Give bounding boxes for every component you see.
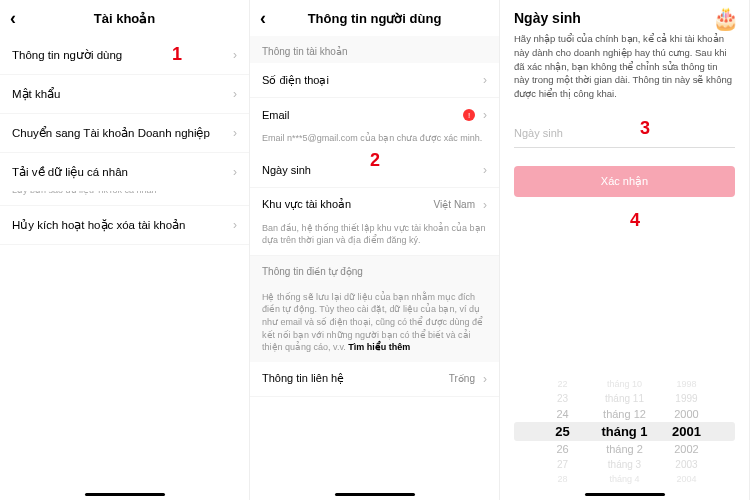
row-password[interactable]: Mật khẩu ›	[0, 75, 249, 114]
header: ‹ Tài khoản	[0, 0, 249, 36]
account-settings-panel: ‹ Tài khoản Thông tin người dùng › Mật k…	[0, 0, 250, 500]
row-value: Việt Nam ›	[434, 198, 487, 212]
alert-icon: !	[463, 109, 475, 121]
picker-cell: 2001	[656, 424, 717, 439]
picker-cell: 27	[532, 459, 593, 470]
picker-row[interactable]: 27tháng 32003	[514, 457, 735, 472]
picker-cell: tháng 12	[594, 408, 655, 420]
picker-cell: tháng 2	[594, 443, 655, 455]
picker-cell: 2004	[656, 474, 717, 484]
picker-cell: tháng 11	[594, 393, 655, 404]
row-label: Thông tin người dùng	[12, 48, 122, 62]
row-business-account[interactable]: Chuyển sang Tài khoản Doanh nghiệp ›	[0, 114, 249, 153]
page-title: Ngày sinh	[514, 10, 735, 26]
annotation-4: 4	[630, 210, 640, 231]
row-label: Khu vực tài khoản	[262, 198, 351, 211]
row-label: Ngày sinh	[262, 164, 311, 176]
row-label: Số điện thoại	[262, 74, 329, 87]
picker-cell: tháng 1	[594, 424, 655, 439]
section-account-info: Thông tin tài khoản	[250, 36, 499, 63]
picker-row[interactable]: 25tháng 12001	[514, 422, 735, 441]
region-subtext: Ban đầu, hệ thống thiết lập khu vực tài …	[250, 222, 499, 256]
row-deactivate[interactable]: Hủy kích hoạt hoặc xóa tài khoản ›	[0, 206, 249, 245]
home-indicator	[335, 493, 415, 496]
picker-cell: 23	[532, 393, 593, 404]
picker-cell: 25	[532, 424, 593, 439]
back-icon[interactable]: ‹	[10, 9, 16, 27]
chevron-right-icon: ›	[483, 163, 487, 177]
contact-value: Trống	[449, 373, 475, 384]
row-label: Thông tin liên hệ	[262, 372, 344, 385]
picker-row[interactable]: 28tháng 42004	[514, 472, 735, 486]
row-birthday[interactable]: Ngày sinh ›	[250, 153, 499, 188]
picker-cell: 1998	[656, 379, 717, 389]
picker-cell: 2002	[656, 443, 717, 455]
home-indicator	[585, 493, 665, 496]
chevron-right-icon: ›	[233, 126, 237, 140]
user-info-panel: ‹ Thông tin người dùng Thông tin tài kho…	[250, 0, 500, 500]
chevron-right-icon: ›	[483, 108, 487, 122]
settings-list: Thông tin người dùng › Mật khẩu › Chuyển…	[0, 36, 249, 245]
picker-cell: tháng 3	[594, 459, 655, 470]
chevron-right-icon: ›	[233, 48, 237, 62]
birthday-input[interactable]: Ngày sinh	[514, 117, 735, 148]
row-download-data[interactable]: Tải về dữ liệu cá nhân ›	[0, 153, 249, 191]
autofill-desc: Hệ thống sẽ lưu lại dữ liệu của bạn nhằm…	[250, 283, 499, 362]
picker-cell: 28	[532, 474, 593, 484]
row-region[interactable]: Khu vực tài khoản Việt Nam ›	[250, 188, 499, 222]
row-email[interactable]: Email ! ›	[250, 98, 499, 132]
date-picker[interactable]: 22tháng 10199823tháng 11199924tháng 1220…	[500, 377, 749, 486]
picker-cell: 2003	[656, 459, 717, 470]
picker-row[interactable]: 23tháng 111999	[514, 391, 735, 406]
picker-row[interactable]: 24tháng 122000	[514, 406, 735, 422]
row-value: ! ›	[463, 108, 487, 122]
header: ‹ Thông tin người dùng	[250, 0, 499, 36]
picker-cell: 22	[532, 379, 593, 389]
picker-cell: 26	[532, 443, 593, 455]
picker-cell: 24	[532, 408, 593, 420]
picker-row[interactable]: 26tháng 22002	[514, 441, 735, 457]
row-label: Tải về dữ liệu cá nhân	[12, 165, 128, 179]
chevron-right-icon: ›	[483, 198, 487, 212]
learn-more-link[interactable]: Tìm hiểu thêm	[348, 342, 410, 352]
birthday-panel: Ngày sinh 🎂 Hãy nhập tuổi của chính bạn,…	[500, 0, 750, 500]
input-placeholder: Ngày sinh	[514, 127, 563, 139]
section-autofill: Thông tin điền tự động	[250, 256, 499, 283]
chevron-right-icon: ›	[483, 372, 487, 386]
row-value: Trống ›	[449, 372, 487, 386]
picker-cell: tháng 4	[594, 474, 655, 484]
confirm-button[interactable]: Xác nhận	[514, 166, 735, 197]
chevron-right-icon: ›	[483, 73, 487, 87]
birthday-header: Ngày sinh 🎂 Hãy nhập tuổi của chính bạn,…	[500, 0, 749, 101]
chevron-right-icon: ›	[233, 165, 237, 179]
home-indicator	[85, 493, 165, 496]
chevron-right-icon: ›	[233, 218, 237, 232]
birthday-desc: Hãy nhập tuổi của chính bạn, kể cả khi t…	[514, 32, 735, 101]
picker-cell: tháng 10	[594, 379, 655, 389]
row-user-info[interactable]: Thông tin người dùng ›	[0, 36, 249, 75]
email-subtext: Email n***5@gmail.com của bạn chưa được …	[250, 132, 499, 153]
row-label: Email	[262, 109, 290, 121]
page-title: Thông tin người dùng	[308, 11, 442, 26]
row-label: Hủy kích hoạt hoặc xóa tài khoản	[12, 218, 185, 232]
region-value: Việt Nam	[434, 199, 475, 210]
chevron-right-icon: ›	[233, 87, 237, 101]
picker-row[interactable]: 22tháng 101998	[514, 377, 735, 391]
row-contact-info[interactable]: Thông tin liên hệ Trống ›	[250, 362, 499, 397]
row-label: Chuyển sang Tài khoản Doanh nghiệp	[12, 126, 210, 140]
cake-icon: 🎂	[712, 6, 739, 32]
back-icon[interactable]: ‹	[260, 9, 266, 27]
row-phone[interactable]: Số điện thoại ›	[250, 63, 499, 98]
row-label: Mật khẩu	[12, 87, 61, 101]
picker-cell: 2000	[656, 408, 717, 420]
picker-cell: 1999	[656, 393, 717, 404]
page-title: Tài khoản	[94, 11, 155, 26]
